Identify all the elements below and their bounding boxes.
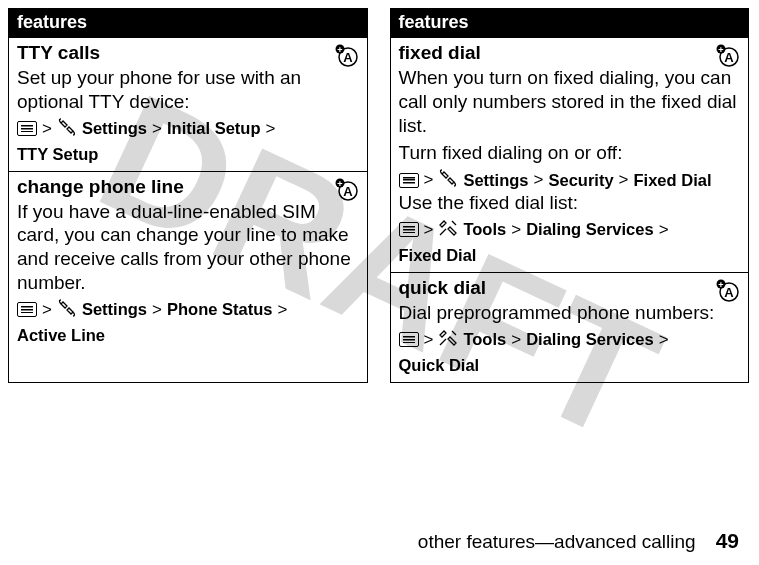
sep: > [42,300,52,320]
path2-a: Tools [463,220,506,239]
path2-b: Dialing Services [526,220,653,239]
svg-text:+: + [718,45,723,55]
section-label: other features—advanced calling [418,531,696,553]
block-fixeddial: A+ fixed dial When you turn on fixed dia… [391,38,749,273]
menu-icon [399,332,419,347]
block-desc: When you turn on fixed dialing, you can … [399,66,741,137]
menu-icon [17,121,37,136]
sep: > [511,330,521,350]
block-title: TTY calls [17,42,359,64]
path2-c: Fixed Dial [399,246,477,265]
wrench-icon [438,169,458,191]
nav-path-2: > Tools > Dialing Services > Fixed Dial [399,219,741,265]
path-b: Phone Status [167,300,272,319]
svg-text:A: A [343,183,353,198]
svg-text:+: + [337,45,342,55]
path-b: Dialing Services [526,330,653,349]
path-c: TTY Setup [17,145,98,164]
left-column: features A+ TTY calls Set up your phone … [8,8,368,383]
path-b: Initial Setup [167,119,261,138]
block-desc3: Use the fixed dial list: [399,191,741,215]
svg-text:+: + [718,279,723,289]
path-a: Settings [463,171,528,190]
sep: > [277,300,287,320]
block-phoneline: A+ change phone line If you have a dual-… [9,172,367,352]
nav-path: > Settings > Initial Setup > TTY Setup [17,118,359,164]
menu-icon [399,222,419,237]
sep: > [424,220,434,240]
path-c: Quick Dial [399,356,480,375]
sep: > [152,119,162,139]
menu-icon [399,173,419,188]
wrench-icon [57,299,77,321]
footer: other features—advanced calling 49 [418,529,739,553]
sep: > [42,119,52,139]
sep: > [659,220,669,240]
operator-icon: A+ [333,178,361,202]
block-title: quick dial [399,277,741,299]
operator-icon: A+ [333,44,361,68]
sep: > [152,300,162,320]
tools-icon [438,219,458,241]
path-a: Settings [82,300,147,319]
col-header: features [391,9,749,38]
block-desc: Dial preprogrammed phone numbers: [399,301,741,325]
block-title: fixed dial [399,42,741,64]
right-column: features A+ fixed dial When you turn on … [390,8,750,383]
sep: > [265,119,275,139]
col-header: features [9,9,367,38]
sep: > [619,170,629,190]
block-title: change phone line [17,176,359,198]
sep: > [534,170,544,190]
block-desc: Set up your phone for use with an option… [17,66,359,114]
nav-path: > Tools > Dialing Services > Quick Dial [399,329,741,375]
svg-text:+: + [337,178,342,188]
sep: > [424,330,434,350]
path-a: Tools [463,330,506,349]
svg-text:A: A [724,284,734,299]
sep: > [659,330,669,350]
sep: > [511,220,521,240]
operator-icon: A+ [714,44,742,68]
wrench-icon [57,118,77,140]
menu-icon [17,302,37,317]
nav-path: > Settings > Security > Fixed Dial [399,169,741,191]
sep: > [424,170,434,190]
block-desc: If you have a dual-line-enabled SIM card… [17,200,359,295]
path-b: Security [548,171,613,190]
page-content: features A+ TTY calls Set up your phone … [0,0,759,383]
block-tty: A+ TTY calls Set up your phone for use w… [9,38,367,172]
tools-icon [438,329,458,351]
svg-text:A: A [724,50,734,65]
block-quickdial: A+ quick dial Dial preprogrammed phone n… [391,273,749,382]
path-c: Fixed Dial [634,171,712,190]
page-number: 49 [716,529,739,553]
nav-path: > Settings > Phone Status > Active Line [17,299,359,345]
svg-text:A: A [343,50,353,65]
path-c: Active Line [17,326,105,345]
block-desc2: Turn fixed dialing on or off: [399,141,741,165]
operator-icon: A+ [714,279,742,303]
path-a: Settings [82,119,147,138]
